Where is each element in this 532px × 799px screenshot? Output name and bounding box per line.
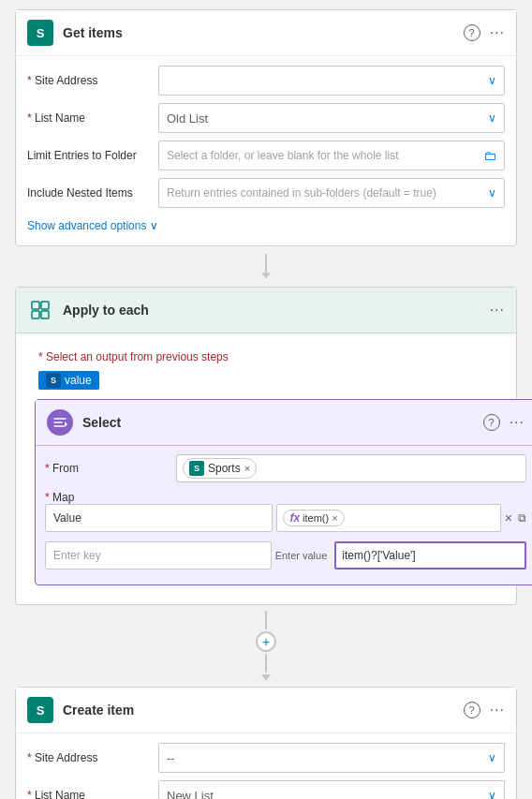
arrow-head bbox=[261, 273, 271, 279]
get-items-title: Get items bbox=[63, 25, 454, 40]
show-advanced-label: Show advanced options bbox=[27, 219, 146, 232]
select-help-icon[interactable]: ? bbox=[483, 414, 500, 431]
from-row: From S Sports × bbox=[45, 453, 526, 483]
create-site-input[interactable]: -- ∨ bbox=[158, 743, 505, 773]
sports-token-icon: S bbox=[189, 461, 204, 476]
apply-each-body: * Select an output from previous steps S… bbox=[16, 333, 516, 604]
create-item-card: S Create item ? ··· Site Address -- ∨ Li… bbox=[15, 687, 517, 799]
map-row-1: Value fx item() × bbox=[45, 504, 526, 532]
select-container: Select ? ··· From S bbox=[27, 399, 505, 595]
create-site-row: Site Address -- ∨ bbox=[27, 743, 505, 773]
nested-items-placeholder: Return entries contained in sub-folders … bbox=[167, 186, 436, 200]
create-item-icon: S bbox=[27, 697, 53, 723]
apply-each-header: Apply to each ··· bbox=[16, 288, 516, 333]
select-body: From S Sports × Map bbox=[36, 446, 532, 584]
map-row: Map Value fx bbox=[45, 491, 526, 570]
create-item-title: Create item bbox=[63, 703, 454, 718]
from-input[interactable]: S Sports × bbox=[176, 454, 526, 482]
create-list-arrow: ∨ bbox=[488, 789, 496, 799]
apply-each-actions: ··· bbox=[490, 302, 505, 318]
create-site-label: Site Address bbox=[27, 751, 158, 764]
select-title: Select bbox=[82, 415, 474, 430]
map-key-value: Value bbox=[53, 511, 81, 525]
create-item-actions: ? ··· bbox=[464, 702, 505, 718]
output-select-row: * Select an output from previous steps bbox=[27, 343, 505, 371]
arrow-line bbox=[265, 254, 267, 273]
site-address-row: Site Address ∨ bbox=[27, 66, 505, 96]
create-site-value: -- bbox=[167, 751, 175, 765]
show-advanced-button[interactable]: Show advanced options ∨ bbox=[27, 215, 505, 236]
svg-rect-1 bbox=[41, 302, 49, 309]
enter-key-input[interactable]: Enter key bbox=[45, 541, 272, 570]
create-list-input[interactable]: New List ∨ bbox=[158, 780, 505, 799]
plus-button[interactable]: + bbox=[256, 631, 276, 652]
apply-each-card: Apply to each ··· * Select an output fro… bbox=[15, 287, 517, 605]
select-actions: ? ··· bbox=[483, 414, 525, 431]
enter-value-input[interactable]: item()?['Value'] bbox=[334, 541, 526, 570]
select-card: Select ? ··· From S bbox=[35, 399, 532, 585]
from-label: From bbox=[45, 462, 176, 475]
list-name-row: List Name Old List ∨ bbox=[27, 103, 505, 133]
enter-value-label: Enter value bbox=[275, 550, 328, 561]
list-name-input[interactable]: Old List ∨ bbox=[158, 103, 505, 133]
plus-arrow-line-top bbox=[265, 611, 267, 629]
plus-arrow-line-bottom bbox=[265, 654, 267, 673]
create-more-icon[interactable]: ··· bbox=[490, 702, 505, 718]
limit-folder-row: Limit Entries to Folder Select a folder,… bbox=[27, 141, 505, 170]
limit-folder-label: Limit Entries to Folder bbox=[27, 149, 158, 162]
get-items-header: S Get items ? ··· bbox=[16, 10, 516, 56]
site-address-dropdown-arrow: ∨ bbox=[488, 74, 496, 87]
apply-each-title: Apply to each bbox=[63, 303, 480, 318]
create-site-arrow: ∨ bbox=[488, 751, 496, 764]
get-items-card: S Get items ? ··· Site Address ∨ List Na… bbox=[15, 9, 517, 246]
select-icon bbox=[47, 409, 73, 436]
more-options-icon[interactable]: ··· bbox=[490, 24, 505, 41]
map-row-2: Enter key Enter value item()?['Value'] bbox=[45, 541, 526, 570]
fx-tag: fx item() × bbox=[283, 510, 344, 526]
nested-items-dropdown-arrow: ∨ bbox=[488, 186, 496, 200]
plus-connector: + bbox=[256, 605, 276, 687]
svg-rect-0 bbox=[32, 302, 39, 309]
svg-rect-2 bbox=[32, 311, 39, 318]
fx-icon: fx bbox=[289, 511, 300, 525]
apply-each-more-icon[interactable]: ··· bbox=[490, 302, 505, 318]
nested-items-input[interactable]: Return entries contained in sub-folders … bbox=[158, 178, 505, 208]
map-value-area[interactable]: fx item() × bbox=[276, 504, 500, 532]
enter-value-text: item()?['Value'] bbox=[342, 549, 415, 562]
list-name-label: List Name bbox=[27, 111, 158, 125]
limit-folder-placeholder: Select a folder, or leave blank for the … bbox=[167, 149, 398, 162]
fx-tag-close[interactable]: × bbox=[332, 512, 337, 524]
create-list-value: New List bbox=[167, 789, 214, 800]
create-list-row: List Name New List ∨ bbox=[27, 780, 505, 799]
create-help-icon[interactable]: ? bbox=[464, 702, 480, 718]
map-label: Map bbox=[45, 491, 176, 504]
site-address-input[interactable]: ∨ bbox=[158, 66, 505, 96]
sports-token-tag: S Sports × bbox=[183, 458, 257, 479]
get-items-actions: ? ··· bbox=[464, 24, 505, 41]
nested-items-row: Include Nested Items Return entries cont… bbox=[27, 178, 505, 208]
create-item-body: Site Address -- ∨ List Name New List ∨ L… bbox=[16, 733, 516, 799]
select-more-icon[interactable]: ··· bbox=[510, 414, 525, 431]
folder-icon: 🗀 bbox=[483, 148, 496, 163]
map-action-icons: × ⧉ bbox=[505, 510, 526, 525]
map-delete-icon[interactable]: × bbox=[505, 510, 512, 525]
map-copy-icon[interactable]: ⧉ bbox=[518, 511, 526, 525]
get-items-icon: S bbox=[27, 20, 53, 46]
nested-items-label: Include Nested Items bbox=[27, 186, 158, 200]
create-list-label: List Name bbox=[27, 789, 158, 799]
enter-value-container: Enter value item()?['Value'] bbox=[275, 541, 526, 570]
create-item-header: S Create item ? ··· bbox=[16, 688, 516, 733]
sports-token-close[interactable]: × bbox=[244, 463, 250, 474]
help-icon[interactable]: ? bbox=[464, 24, 480, 41]
list-name-value: Old List bbox=[167, 111, 208, 126]
site-address-label: Site Address bbox=[27, 74, 158, 87]
limit-folder-input[interactable]: Select a folder, or leave blank for the … bbox=[158, 141, 505, 170]
arrow-connector-1 bbox=[261, 246, 271, 287]
get-items-body: Site Address ∨ List Name Old List ∨ Limi… bbox=[16, 56, 516, 245]
output-select-label: * Select an output from previous steps bbox=[38, 350, 229, 363]
select-header: Select ? ··· bbox=[36, 400, 532, 446]
value-tag-container: S value bbox=[27, 371, 505, 399]
enter-key-placeholder-text: Enter key bbox=[53, 549, 101, 562]
value-tag-text: value bbox=[65, 374, 92, 387]
map-key-input[interactable]: Value bbox=[45, 504, 273, 532]
